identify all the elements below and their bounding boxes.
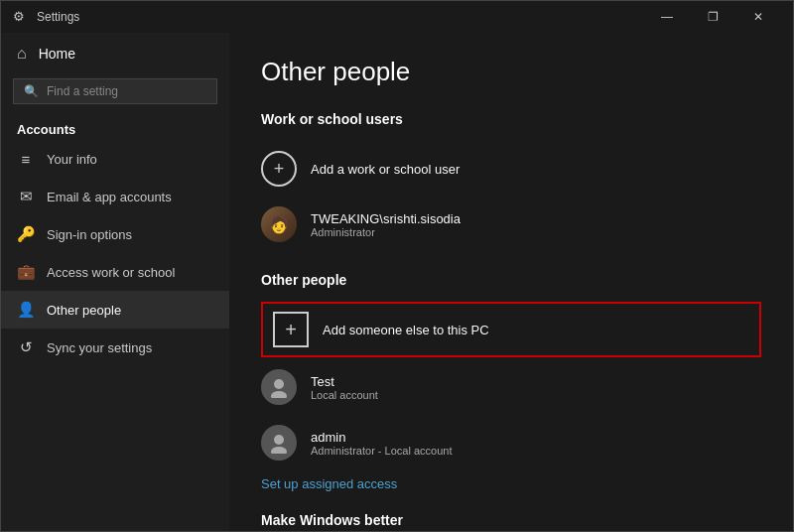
sidebar-item-label: Sign-in options — [47, 227, 132, 242]
add-someone-label: Add someone else to this PC — [323, 323, 489, 337]
tweaking-user-row[interactable]: 🧑 TWEAKING\srishti.sisodia Administrator — [261, 197, 761, 252]
window-title: Settings — [37, 10, 644, 24]
add-work-text: Add a work or school user — [311, 162, 460, 177]
sync-icon: ↺ — [17, 338, 35, 356]
work-section: Work or school users + Add a work or sch… — [261, 111, 761, 252]
test-user-name: Test — [311, 374, 378, 389]
home-label: Home — [39, 46, 75, 62]
restore-button[interactable]: ❐ — [690, 1, 735, 33]
admin-user-info: admin Administrator - Local account — [311, 430, 452, 457]
main-panel: Other people Work or school users + Add … — [229, 33, 793, 531]
window-controls: — ❐ ✕ — [644, 1, 781, 33]
add-person-icon: + — [273, 312, 309, 347]
sidebar-item-label: Email & app accounts — [47, 190, 172, 204]
test-user-role: Local account — [311, 389, 378, 401]
sidebar-item-label: Other people — [47, 303, 121, 318]
add-work-icon: + — [261, 151, 297, 187]
test-user-info: Test Local account — [311, 374, 378, 401]
titlebar: ⚙ Settings — ❐ ✕ — [1, 1, 793, 33]
briefcase-icon: 💼 — [17, 263, 35, 281]
make-better-heading: Make Windows better — [261, 512, 761, 528]
svg-point-3 — [271, 447, 287, 454]
svg-point-2 — [274, 435, 284, 445]
page-title: Other people — [261, 57, 761, 87]
search-input[interactable] — [47, 84, 206, 98]
sidebar-item-home[interactable]: ⌂ Home — [1, 33, 229, 74]
lock-icon: 🔑 — [17, 225, 35, 243]
add-someone-row[interactable]: + Add someone else to this PC — [261, 302, 761, 357]
assigned-access-link[interactable]: Set up assigned access — [261, 476, 397, 491]
sidebar-item-sync[interactable]: ↺ Sync your settings — [1, 329, 229, 366]
home-icon: ⌂ — [17, 45, 27, 63]
settings-icon: ⚙ — [13, 9, 29, 25]
person-icon: ≡ — [17, 151, 35, 168]
sidebar-item-access-work[interactable]: 💼 Access work or school — [1, 253, 229, 291]
add-work-user-row[interactable]: + Add a work or school user — [261, 141, 761, 197]
sidebar-item-label: Access work or school — [47, 265, 175, 280]
admin-user-row[interactable]: admin Administrator - Local account — [261, 415, 761, 470]
avatar-tweaking: 🧑 — [261, 206, 297, 242]
avatar-test — [261, 369, 297, 405]
work-section-heading: Work or school users — [261, 111, 761, 127]
sidebar-item-signin[interactable]: 🔑 Sign-in options — [1, 215, 229, 253]
main-content: ⌂ Home 🔍 Accounts ≡ Your info ✉ Email & … — [1, 33, 793, 531]
sidebar-item-email[interactable]: ✉ Email & app accounts — [1, 178, 229, 215]
tweaking-user-role: Administrator — [311, 226, 461, 238]
svg-point-1 — [271, 391, 287, 398]
sidebar-item-your-info[interactable]: ≡ Your info — [1, 141, 229, 178]
admin-user-name: admin — [311, 430, 452, 445]
sidebar-item-label: Sync your settings — [47, 340, 152, 355]
sidebar-item-other-people[interactable]: 👤 Other people — [1, 291, 229, 329]
add-someone-text: Add someone else to this PC — [323, 323, 489, 337]
avatar-admin — [261, 425, 297, 461]
admin-user-role: Administrator - Local account — [311, 445, 452, 457]
settings-window: ⚙ Settings — ❐ ✕ ⌂ Home 🔍 Accounts ≡ — [0, 0, 794, 532]
minimize-button[interactable]: — — [644, 1, 690, 33]
close-button[interactable]: ✕ — [735, 1, 781, 33]
other-people-section: Other people + Add someone else to this … — [261, 272, 761, 492]
add-work-label: Add a work or school user — [311, 162, 460, 177]
sidebar-section-title: Accounts — [1, 114, 229, 141]
tweaking-user-name: TWEAKING\srishti.sisodia — [311, 211, 461, 226]
email-icon: ✉ — [17, 188, 35, 205]
search-icon: 🔍 — [24, 84, 39, 98]
search-box[interactable]: 🔍 — [13, 78, 217, 104]
sidebar: ⌂ Home 🔍 Accounts ≡ Your info ✉ Email & … — [1, 33, 229, 531]
other-people-heading: Other people — [261, 272, 761, 288]
people-icon: 👤 — [17, 301, 35, 319]
sidebar-item-label: Your info — [47, 152, 97, 167]
test-user-row[interactable]: Test Local account — [261, 359, 761, 415]
tweaking-user-info: TWEAKING\srishti.sisodia Administrator — [311, 211, 461, 238]
svg-point-0 — [274, 379, 284, 389]
make-better-section: Make Windows better Give us feedback — [261, 512, 761, 531]
